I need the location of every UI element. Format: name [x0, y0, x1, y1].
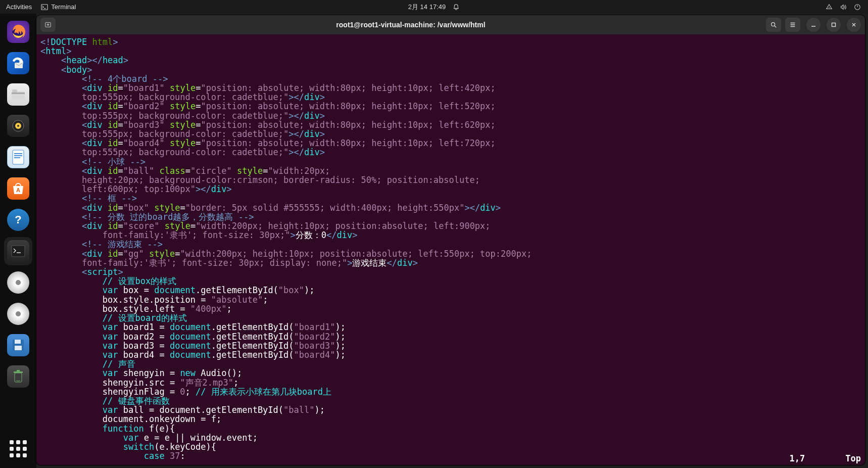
- code-token: =: [196, 83, 201, 93]
- code-token: div: [304, 92, 320, 102]
- code-token: >: [352, 230, 357, 240]
- terminal-launcher[interactable]: [4, 237, 32, 265]
- code-token: document: [170, 350, 211, 360]
- floppy-launcher[interactable]: [4, 331, 32, 359]
- files-launcher[interactable]: [4, 80, 32, 109]
- svg-rect-7: [12, 89, 17, 92]
- menu-button[interactable]: [785, 18, 800, 32]
- code-token: html: [45, 46, 66, 56]
- code-token: shengyin =: [118, 368, 180, 378]
- speaker-icon: [11, 119, 25, 133]
- code-token: "board2": [294, 332, 335, 342]
- code-token: ></: [196, 184, 211, 194]
- rhythmbox-launcher[interactable]: [4, 112, 32, 140]
- code-token: "width:20px;: [268, 166, 330, 176]
- code-token: var: [103, 285, 118, 295]
- code-token: div: [397, 258, 413, 268]
- network-icon[interactable]: [826, 4, 833, 11]
- code-token: [165, 83, 170, 93]
- code-token: .getElementById(: [211, 322, 294, 332]
- code-token: <!: [40, 37, 51, 47]
- firefox-launcher[interactable]: [4, 18, 32, 46]
- code-token: =: [185, 166, 190, 176]
- code-token: top:555px; background-color: cadetblue;": [82, 129, 288, 139]
- terminal-output[interactable]: <!DOCTYPE html> <html> <head></head> <bo…: [36, 34, 865, 465]
- code-token: "声音2.mp3": [180, 378, 233, 388]
- code-token: );: [304, 285, 314, 295]
- code-token: div: [304, 147, 320, 157]
- code-token: "box": [278, 285, 304, 295]
- terminal-window: root1@root1-virtual-machine: /var/www/ht…: [36, 15, 865, 465]
- code-token: class: [160, 166, 185, 176]
- code-token: shengyinFlag =: [103, 387, 180, 397]
- trash-launcher[interactable]: [4, 362, 32, 391]
- apps-grid-icon: [10, 440, 27, 457]
- code-token: "box": [123, 203, 149, 213]
- code-token: "gg": [123, 249, 144, 259]
- thunderbird-launcher[interactable]: [4, 49, 32, 77]
- code-token: "board3": [294, 341, 335, 351]
- code-token: board1 =: [118, 322, 170, 332]
- search-button[interactable]: [766, 18, 781, 32]
- disk2-launcher[interactable]: [4, 300, 32, 328]
- code-token: Audio();: [196, 368, 242, 378]
- code-token: [149, 203, 154, 213]
- code-token: id: [108, 203, 118, 213]
- libreoffice-writer-launcher[interactable]: [4, 143, 32, 171]
- svg-rect-21: [14, 371, 23, 373]
- code-token: >: [320, 111, 325, 121]
- code-token: // 用来表示小球在第几块board上: [196, 387, 331, 397]
- code-token: div: [87, 101, 103, 111]
- code-token: board3 =: [118, 341, 170, 351]
- code-token: 游戏结束: [352, 258, 387, 268]
- code-token: var: [103, 368, 118, 378]
- code-token: <: [82, 101, 87, 111]
- files-icon: [11, 88, 26, 101]
- code-token: ;: [226, 304, 231, 314]
- code-token: ball = document.getElementById(: [118, 405, 284, 415]
- code-token: =: [196, 138, 201, 148]
- code-token: style: [237, 166, 263, 176]
- activities-button[interactable]: Activities: [6, 3, 32, 11]
- svg-rect-13: [14, 155, 22, 156]
- hamburger-icon: [789, 21, 796, 28]
- notification-bell-icon[interactable]: [453, 4, 460, 11]
- vim-status-line: 1,7 Top: [40, 454, 861, 463]
- search-icon: [770, 21, 777, 28]
- code-token: >: [227, 184, 232, 194]
- code-token: left:600px; top:100px": [82, 184, 196, 194]
- disk1-launcher[interactable]: [4, 268, 32, 297]
- code-token: "board3": [123, 120, 165, 130]
- help-launcher[interactable]: ?: [4, 206, 32, 234]
- code-token: =: [118, 138, 123, 148]
- volume-icon[interactable]: [840, 4, 847, 11]
- code-token: box.style.left =: [103, 304, 190, 314]
- minimize-button[interactable]: [806, 18, 821, 32]
- code-token: DOCTYPE: [51, 37, 92, 47]
- svg-rect-12: [14, 153, 22, 154]
- code-token: <: [82, 249, 87, 259]
- maximize-button[interactable]: [827, 18, 841, 32]
- software-center-launcher[interactable]: A: [4, 174, 32, 203]
- code-token: <: [61, 55, 66, 65]
- code-token: [160, 221, 165, 231]
- code-token: <: [82, 221, 87, 231]
- new-tab-button[interactable]: [40, 18, 56, 32]
- code-token: function: [103, 424, 144, 434]
- code-token: div: [87, 249, 103, 259]
- app-indicator[interactable]: Terminal: [41, 3, 76, 11]
- close-button[interactable]: [847, 18, 861, 32]
- code-token: .getElementById(: [211, 341, 294, 351]
- show-applications-button[interactable]: [4, 435, 32, 463]
- code-token: "400px": [190, 304, 227, 314]
- clock[interactable]: 2月 14 17:49: [408, 3, 446, 12]
- svg-rect-22: [17, 370, 20, 371]
- code-token: board4 =: [118, 350, 170, 360]
- svg-point-10: [17, 125, 19, 127]
- power-icon[interactable]: [854, 4, 861, 11]
- code-token: "ball": [123, 166, 154, 176]
- code-token: =: [180, 203, 185, 213]
- code-token: ;: [233, 378, 238, 388]
- code-token: id: [108, 83, 118, 93]
- code-token: >: [320, 147, 325, 157]
